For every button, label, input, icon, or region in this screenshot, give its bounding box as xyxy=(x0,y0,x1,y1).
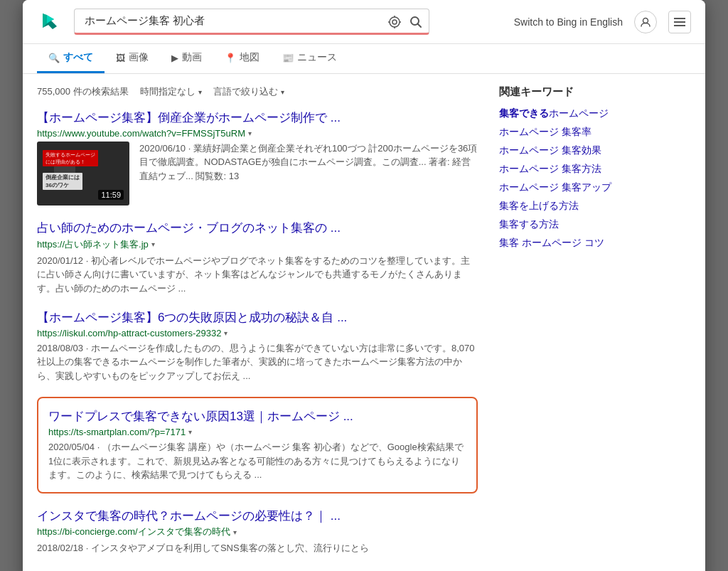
result-desc: 2020/06/10 · 業績好調企業と倒産企業それぞれ100づつ 計200ホー… xyxy=(139,142,478,206)
sidebar-title: 関連キーワード xyxy=(499,85,648,99)
video-thumbnail[interactable]: 失敗するホームページ には理由がある！ 倒産企業には 36のワケ 11:59 xyxy=(37,142,129,206)
nav-tabs: 🔍 すべて 🖼 画像 ▶ 動画 📍 地図 📰 ニュース xyxy=(23,44,705,74)
video-tab-icon: ▶ xyxy=(171,53,178,63)
header-right: Switch to Bing in English xyxy=(514,11,691,33)
keyword-link[interactable]: ホームページ 集客方法 xyxy=(499,163,648,176)
time-filter-button[interactable]: 時間指定なし ▾ xyxy=(140,85,202,98)
tab-video[interactable]: ▶ 動画 xyxy=(160,44,213,73)
result-title[interactable]: 【ホームページ集客】倒産企業がホームページ制作で ... xyxy=(37,110,478,127)
svg-line-7 xyxy=(418,23,422,27)
tab-news[interactable]: 📰 ニュース xyxy=(271,44,348,73)
svg-point-1 xyxy=(392,20,397,24)
result-url: https://占い師ネット集客.jp ▾ xyxy=(37,238,478,251)
result-count: 755,000 件の検索結果 xyxy=(37,85,129,98)
thumb-badge: 36のワケ xyxy=(46,182,69,188)
browser-window: ホームページ集客 初心者 xyxy=(23,0,705,571)
results-area: 755,000 件の検索結果 時間指定なし ▾ 言語で絞り込む ▾ 【ホームペー… xyxy=(23,74,492,571)
switch-bing-label[interactable]: Switch to Bing in English xyxy=(514,16,623,28)
keyword-link[interactable]: 集客を上げる方法 xyxy=(499,200,648,213)
keyword-link[interactable]: ホームページ 集客アップ xyxy=(499,181,648,194)
time-filter-arrow: ▾ xyxy=(198,88,202,96)
result-desc: 2018/08/03 · ホームページを作成したものの、思うように集客ができてい… xyxy=(37,341,478,383)
result-title[interactable]: 【ホームページ集客】6つの失敗原因と成功の秘訣＆自 ... xyxy=(37,309,478,326)
keyword-link[interactable]: 集客する方法 xyxy=(499,218,648,231)
result-title[interactable]: 占い師のためのホームページ・ブログのネット集客の ... xyxy=(37,220,478,237)
result-item-highlighted: ワードプレスで集客できない原因13選｜ホームページ ... https://ts… xyxy=(37,397,478,493)
user-account-icon[interactable] xyxy=(634,11,657,33)
search-bar-wrap: ホームページ集客 初心者 xyxy=(74,9,429,35)
result-item: 【ホームページ集客】倒産企業がホームページ制作で ... https://www… xyxy=(37,110,478,206)
search-input[interactable]: ホームページ集客 初心者 xyxy=(74,9,429,35)
thumb-text1: 失敗するホームページ xyxy=(46,152,95,157)
keyword-link[interactable]: 集客できるホームページ xyxy=(499,107,648,120)
url-dropdown-arrow[interactable]: ▾ xyxy=(151,240,155,248)
language-filter-button[interactable]: 言語で絞り込む ▾ xyxy=(213,85,284,98)
url-dropdown-arrow[interactable]: ▾ xyxy=(233,528,237,536)
thumb-image: 失敗するホームページ には理由がある！ 倒産企業には 36のワケ 11:59 xyxy=(37,142,129,206)
tab-images[interactable]: 🖼 画像 xyxy=(105,44,160,73)
result-url: https://ts-smartplan.com/?p=7171 ▾ xyxy=(48,427,466,437)
tab-all[interactable]: 🔍 すべて xyxy=(37,44,105,73)
search-button[interactable] xyxy=(408,14,424,30)
url-dropdown-arrow[interactable]: ▾ xyxy=(248,129,252,137)
visual-search-icon[interactable] xyxy=(387,14,402,30)
hamburger-menu-icon[interactable] xyxy=(668,11,691,33)
search-input-icons xyxy=(387,14,424,30)
thumb-inner: 失敗するホームページ には理由がある！ 倒産企業には 36のワケ 11:59 xyxy=(40,144,127,203)
news-tab-icon: 📰 xyxy=(282,53,294,63)
map-tab-icon: 📍 xyxy=(225,53,236,63)
video-duration: 11:59 xyxy=(98,190,124,200)
result-desc: 2018/02/18 · インスタやアメブロを利用してSNS集客の落とし穴、流行… xyxy=(37,541,478,555)
sidebar: 関連キーワード 集客できるホームページ ホームページ 集客率 ホームページ 集客… xyxy=(492,74,663,571)
tab-map[interactable]: 📍 地図 xyxy=(213,44,271,73)
result-with-thumb: 失敗するホームページ には理由がある！ 倒産企業には 36のワケ 11:59 xyxy=(37,142,478,206)
url-dropdown-arrow[interactable]: ▾ xyxy=(188,428,192,436)
lang-filter-arrow: ▾ xyxy=(281,88,284,96)
url-dropdown-arrow[interactable]: ▾ xyxy=(224,329,228,337)
result-desc: 2020/05/04 · （ホームページ集客 講座）や（ホームページ 集客 初心… xyxy=(48,440,466,482)
result-item: 【ホームページ集客】6つの失敗原因と成功の秘訣＆自 ... https://li… xyxy=(37,309,478,383)
search-tab-icon: 🔍 xyxy=(48,53,60,63)
svg-point-8 xyxy=(643,18,648,23)
result-url: https://liskul.com/hp-attract-customers-… xyxy=(37,328,478,338)
result-item: インスタで集客の時代？ホームページの必要性は？｜ ... https://bi-… xyxy=(37,508,478,555)
keyword-link[interactable]: ホームページ 集客効果 xyxy=(499,144,648,157)
keyword-link[interactable]: ホームページ 集客率 xyxy=(499,126,648,139)
header: ホームページ集客 初心者 xyxy=(23,0,705,44)
result-desc: 2020/01/12 · 初心者レベルでホームページやブログでネット集客をするた… xyxy=(37,254,478,296)
thumb-text2: には理由がある！ xyxy=(46,159,85,164)
svg-point-0 xyxy=(390,17,400,27)
image-tab-icon: 🖼 xyxy=(116,53,125,63)
result-url: https://bi-concierge.com/インスタで集客の時代 ▾ xyxy=(37,525,478,538)
result-item: 占い師のためのホームページ・ブログのネット集客の ... https://占い師… xyxy=(37,220,478,295)
result-title[interactable]: ワードプレスで集客できない原因13選｜ホームページ ... xyxy=(48,408,466,425)
result-url: https://www.youtube.com/watch?v=FFMSSjT5… xyxy=(37,128,478,139)
search-meta: 755,000 件の検索結果 時間指定なし ▾ 言語で絞り込む ▾ xyxy=(37,85,478,98)
main-content: 755,000 件の検索結果 時間指定なし ▾ 言語で絞り込む ▾ 【ホームペー… xyxy=(23,74,705,571)
result-title[interactable]: インスタで集客の時代？ホームページの必要性は？｜ ... xyxy=(37,508,478,525)
bing-logo[interactable] xyxy=(37,9,63,35)
keyword-link[interactable]: 集客 ホームページ コツ xyxy=(499,237,648,250)
thumb-sub: 倒産企業には xyxy=(46,174,80,181)
